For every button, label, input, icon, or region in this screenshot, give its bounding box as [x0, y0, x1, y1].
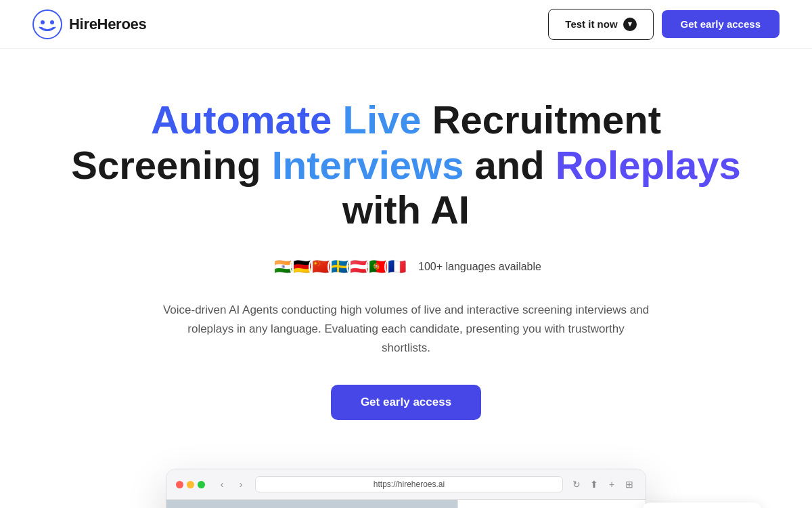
svg-point-1: [41, 20, 45, 24]
dot-red: [176, 481, 183, 488]
chevron-down-icon: ▾: [623, 18, 637, 31]
logo-text: HireHeroes: [69, 16, 146, 33]
languages-row: 🇮🇳🇩🇪🇨🇳🇸🇪🇦🇹🇵🇹🇫🇷 100+ languages available: [32, 255, 780, 279]
early-access-header-button[interactable]: Get early access: [662, 10, 780, 38]
headline-roleplays: Roleplays: [556, 143, 741, 187]
video-area: [166, 500, 457, 508]
header-actions: Test it now ▾ Get early access: [548, 9, 780, 40]
header: HireHeroes Test it now ▾ Get early acces…: [0, 0, 812, 49]
dot-green: [198, 481, 205, 488]
svg-point-0: [33, 10, 62, 39]
flags-group: 🇮🇳🇩🇪🇨🇳🇸🇪🇦🇹🇵🇹🇫🇷: [271, 255, 409, 279]
hero-description: Voice-driven AI Agents conducting high v…: [162, 301, 650, 358]
calls-live-card: 📞 Calls Live 5: [643, 503, 761, 508]
browser-window: ‹ › https://hireheroes.ai ↻ ⬆ + ⊞: [166, 469, 646, 508]
headline-and: and: [464, 143, 555, 187]
browser-extra-btns: ↻ ⬆ + ⊞: [570, 478, 636, 491]
svg-rect-3: [166, 500, 457, 508]
early-access-hero-button[interactable]: Get early access: [331, 385, 481, 420]
video-placeholder: [166, 500, 457, 508]
browser-content: Transcript × L Lee 3:40pm Switching gear…: [166, 500, 646, 508]
add-tab-icon: +: [605, 478, 618, 491]
browser-url-bar[interactable]: https://hireheroes.ai: [255, 476, 563, 492]
dot-yellow: [187, 481, 194, 488]
refresh-icon: ↻: [570, 478, 583, 491]
hero-section: Automate Live Recruitment Screening Inte…: [0, 49, 812, 452]
browser-controls: ‹ ›: [215, 477, 248, 492]
browser-dots: [176, 481, 205, 488]
hero-headline: Automate Live Recruitment Screening Inte…: [32, 98, 780, 233]
svg-point-2: [50, 20, 54, 24]
test-now-button[interactable]: Test it now ▾: [548, 9, 653, 40]
logo-icon: [32, 9, 62, 39]
headline-interviews: Interviews: [272, 143, 464, 187]
headline-recruitment: Recruitment: [422, 98, 662, 142]
browser-area: ‹ › https://hireheroes.ai ↻ ⬆ + ⊞: [0, 452, 812, 508]
browser-forward-icon: ›: [233, 477, 248, 492]
headline-live: Live: [343, 98, 422, 142]
person-silhouette: [166, 500, 457, 508]
transcript-panel: Transcript × L Lee 3:40pm Switching gear…: [457, 500, 646, 508]
languages-text: 100+ languages available: [418, 261, 541, 273]
grid-icon: ⊞: [623, 478, 636, 491]
browser-chrome: ‹ › https://hireheroes.ai ↻ ⬆ + ⊞: [166, 469, 646, 500]
share-icon: ⬆: [587, 478, 601, 491]
floating-cards: 📞 Calls Live 5 📅 Rescheduled 1: [643, 503, 761, 508]
flag-item: 🇫🇷: [384, 255, 409, 279]
logo: HireHeroes: [32, 9, 146, 39]
headline-with-ai: with AI: [342, 188, 470, 232]
headline-screening: Screening: [71, 143, 272, 187]
headline-automate: Automate: [151, 98, 343, 142]
transcript-header: Transcript ×: [458, 500, 646, 508]
browser-back-icon: ‹: [215, 477, 229, 492]
